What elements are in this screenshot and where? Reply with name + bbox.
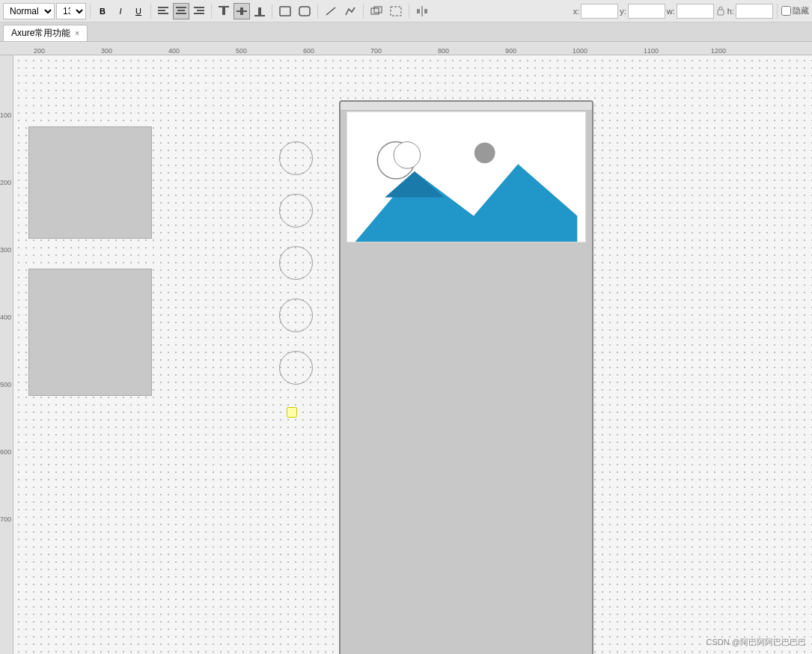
svg-rect-21 (417, 9, 420, 13)
gray-rect-2[interactable] (28, 269, 152, 396)
toolbar: Normal 13 B I U (0, 0, 812, 22)
separator-1 (90, 4, 91, 19)
ruler-tick-400: 400 (168, 47, 180, 55)
x-label: x: (573, 7, 580, 16)
valign-top-button[interactable] (216, 3, 232, 19)
tabbar: Axure常用功能 × (0, 22, 812, 42)
gray-rect-1[interactable] (28, 126, 152, 239)
h-input[interactable] (736, 4, 773, 19)
separator-2 (150, 4, 151, 19)
svg-rect-6 (194, 7, 204, 8)
main-area: 200 300 400 500 600 700 800 900 1000 110… (0, 42, 812, 654)
circle-1[interactable] (279, 141, 313, 175)
w-input[interactable] (677, 4, 714, 19)
pen-button[interactable] (341, 3, 359, 19)
svg-line-17 (326, 7, 335, 15)
hidden-label: 隐藏 (793, 5, 809, 16)
svg-rect-4 (177, 10, 185, 11)
canvas-area[interactable]: 200 300 400 500 600 700 800 900 1000 110… (0, 42, 812, 654)
ruler-tick-900: 900 (505, 47, 516, 55)
align-right-button[interactable] (191, 3, 207, 19)
mobile-top-bar (341, 102, 592, 111)
ruler-top: 200 300 400 500 600 700 800 900 1000 110… (0, 42, 812, 55)
line-button[interactable] (322, 3, 340, 19)
circle-2[interactable] (279, 194, 313, 227)
separator-7 (409, 4, 409, 19)
mountain-image (347, 112, 585, 242)
tab-axure[interactable]: Axure常用功能 × (3, 25, 88, 41)
ruler-tick-600: 600 (303, 47, 314, 55)
svg-rect-18 (371, 8, 379, 14)
canvas-content (13, 55, 812, 654)
svg-point-28 (474, 143, 495, 164)
svg-rect-13 (254, 15, 265, 16)
yellow-shape[interactable] (287, 407, 297, 418)
y-label: y: (620, 7, 626, 16)
circle-5[interactable] (279, 351, 313, 385)
ruler-tick-400: 400 (0, 314, 11, 321)
ruler-tick-1000: 1000 (573, 47, 587, 55)
ruler-tick-200: 200 (34, 47, 45, 55)
watermark: CSDN @阿巴阿阿巴巴巴巴 (706, 637, 806, 648)
svg-rect-9 (219, 6, 229, 7)
tab-label: Axure常用功能 (11, 27, 70, 40)
ruler-tick-500: 500 (236, 47, 247, 55)
x-input[interactable] (581, 4, 618, 19)
underline-button[interactable]: U (130, 3, 147, 19)
order-button[interactable] (367, 3, 385, 19)
style-select[interactable]: Normal (3, 3, 55, 19)
separator-5 (317, 4, 318, 19)
svg-rect-8 (194, 13, 204, 14)
svg-rect-12 (240, 7, 243, 15)
bold-button[interactable]: B (94, 3, 111, 19)
ruler-tick-500: 500 (0, 381, 11, 388)
valign-middle-button[interactable] (233, 3, 250, 19)
y-input[interactable] (628, 4, 665, 19)
svg-rect-20 (391, 7, 401, 16)
ruler-tick-300: 300 (0, 246, 11, 254)
h-label: h: (727, 7, 734, 16)
svg-rect-3 (176, 7, 186, 8)
svg-rect-24 (718, 10, 724, 15)
svg-rect-10 (222, 7, 225, 15)
lock-icon (715, 6, 726, 16)
svg-rect-19 (374, 7, 382, 13)
ruler-tick-100: 100 (0, 111, 11, 119)
ruler-tick-1200: 1200 (711, 47, 726, 55)
separator-8 (777, 4, 778, 19)
ruler-tick-700: 700 (0, 516, 11, 523)
group-button[interactable] (387, 3, 405, 19)
distribute-h-button[interactable] (413, 3, 431, 19)
shape-button[interactable] (276, 3, 294, 19)
svg-rect-14 (258, 7, 261, 15)
align-center-button[interactable] (173, 3, 189, 19)
w-label: w: (667, 7, 675, 16)
mobile-frame[interactable] (339, 100, 593, 654)
ruler-tick-800: 800 (438, 47, 449, 55)
svg-rect-15 (280, 7, 290, 16)
ruler-tick-1100: 1100 (644, 47, 659, 55)
hidden-checkbox[interactable] (781, 6, 791, 16)
ruler-left: 100 200 300 400 500 600 700 (0, 55, 13, 654)
svg-point-27 (394, 142, 421, 169)
svg-rect-7 (197, 10, 204, 11)
svg-rect-2 (158, 13, 168, 14)
separator-6 (363, 4, 364, 19)
ruler-tick-600: 600 (0, 448, 11, 456)
font-size-select[interactable]: 13 (56, 3, 86, 19)
svg-rect-1 (158, 10, 165, 11)
svg-rect-5 (176, 13, 186, 14)
ruler-tick-300: 300 (101, 47, 112, 55)
align-left-button[interactable] (155, 3, 171, 19)
ruler-tick-200: 200 (0, 179, 11, 186)
svg-rect-0 (158, 7, 168, 8)
shape2-button[interactable] (296, 3, 314, 19)
valign-bottom-button[interactable] (251, 3, 268, 19)
circle-3[interactable] (279, 246, 313, 280)
circle-4[interactable] (279, 299, 313, 332)
svg-rect-16 (299, 7, 310, 16)
tab-close-button[interactable]: × (75, 29, 79, 37)
separator-4 (272, 4, 272, 19)
ruler-tick-700: 700 (370, 47, 382, 55)
italic-button[interactable]: I (112, 3, 129, 19)
